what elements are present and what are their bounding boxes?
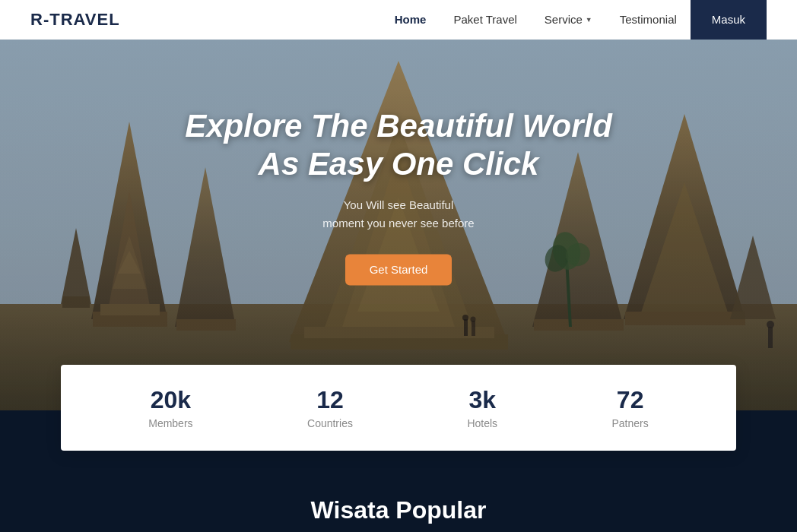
- stat-countries: 12 Countries: [307, 386, 353, 429]
- wisata-section: Wisata Popular something that you never …: [0, 451, 797, 532]
- hero-subtitle: You Will see Beautiful moment you never …: [170, 196, 627, 233]
- nav-item-paket[interactable]: Paket Travel: [440, 0, 530, 40]
- stat-members-number: 20k: [148, 386, 192, 414]
- stats-bar: 20k Members 12 Countries 3k Hotels 72 Pa…: [61, 365, 736, 451]
- nav-link-testimonial[interactable]: Testimonial: [606, 0, 691, 40]
- nav-item-testimonial[interactable]: Testimonial: [606, 0, 691, 40]
- stat-members: 20k Members: [148, 386, 192, 429]
- nav-item-service[interactable]: Service: [531, 0, 606, 40]
- nav-link-service[interactable]: Service: [531, 0, 606, 40]
- nav-link-paket[interactable]: Paket Travel: [440, 0, 530, 40]
- hero-content: Explore The Beautiful World As Easy One …: [170, 107, 627, 285]
- wisata-title: Wisata Popular: [30, 496, 767, 524]
- brand-logo: R-TRAVEL: [30, 10, 120, 30]
- nav-links: Home Paket Travel Service Testimonial Ma…: [381, 0, 767, 40]
- nav-item-masuk[interactable]: Masuk: [691, 0, 767, 40]
- stat-members-label: Members: [148, 417, 192, 429]
- stat-hotels: 3k Hotels: [467, 386, 497, 429]
- stat-countries-number: 12: [307, 386, 353, 414]
- stat-hotels-label: Hotels: [467, 417, 497, 429]
- get-started-button[interactable]: Get Started: [345, 254, 452, 285]
- stat-patners-number: 72: [612, 386, 649, 414]
- nav-item-home[interactable]: Home: [381, 0, 440, 40]
- stat-countries-label: Countries: [307, 417, 353, 429]
- stat-hotels-number: 3k: [467, 386, 497, 414]
- stat-patners: 72 Patners: [612, 386, 649, 429]
- stat-patners-label: Patners: [612, 417, 649, 429]
- navbar: R-TRAVEL Home Paket Travel Service Testi…: [0, 0, 797, 40]
- nav-link-masuk[interactable]: Masuk: [691, 0, 767, 40]
- nav-link-home[interactable]: Home: [381, 0, 440, 40]
- hero-section: Explore The Beautiful World As Easy One …: [0, 0, 797, 410]
- hero-title: Explore The Beautiful World As Easy One …: [170, 107, 627, 184]
